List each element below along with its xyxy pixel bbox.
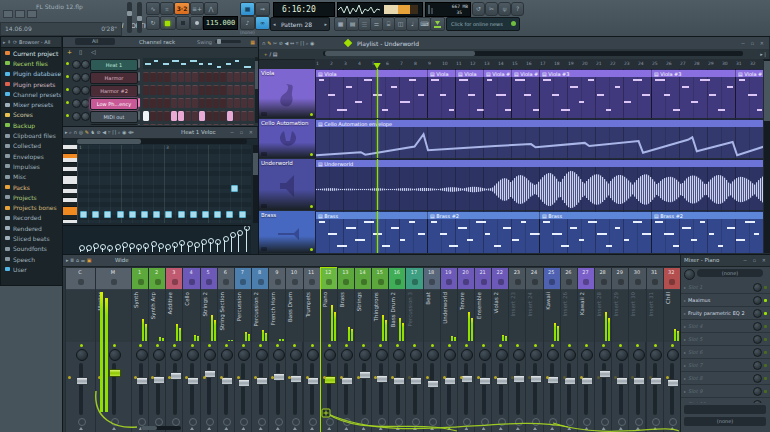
wave-record-icon[interactable]: ∿ xyxy=(146,2,160,15)
step-edit-icon[interactable]: ≡+ xyxy=(190,2,204,15)
fader-track[interactable] xyxy=(550,363,554,415)
strip-led[interactable] xyxy=(139,344,142,347)
mixer-strip-22[interactable]: 22Violas 2 xyxy=(491,267,509,432)
mixer-strip-24[interactable]: 24Insert 24 xyxy=(525,267,543,432)
pan-knob[interactable] xyxy=(496,349,508,361)
step-cell[interactable] xyxy=(227,124,233,125)
stereo-knob[interactable] xyxy=(378,418,386,426)
pan-knob[interactable] xyxy=(204,349,216,361)
step-cell[interactable] xyxy=(227,111,233,121)
step-cell[interactable] xyxy=(206,124,212,125)
stereo-knob[interactable] xyxy=(429,418,437,426)
strip-led[interactable] xyxy=(293,344,296,347)
mixer-strip-28[interactable]: 28Insert 28 xyxy=(594,267,612,432)
slot-enable-led[interactable] xyxy=(764,390,767,393)
browser-item-plugin-database[interactable]: Plugin database xyxy=(1,69,61,79)
fader-cap[interactable] xyxy=(581,377,593,385)
note-snap-icon[interactable]: ♪ xyxy=(240,16,255,30)
mixer-strip-26[interactable]: 26Insert 26 xyxy=(560,267,578,432)
strip-led[interactable] xyxy=(276,344,279,347)
route-arrow-icon[interactable] xyxy=(619,427,623,430)
mixer-strip-12[interactable]: 12Piano xyxy=(320,267,338,432)
piano-key[interactable] xyxy=(63,220,77,223)
pan-knob[interactable] xyxy=(479,349,491,361)
strip-led[interactable] xyxy=(448,344,451,347)
browser-item-packs[interactable]: Packs xyxy=(1,182,61,192)
browser-item-user[interactable]: User xyxy=(1,264,61,274)
route-arrow-icon[interactable] xyxy=(413,427,417,430)
browser-item-rendered[interactable]: Rendered xyxy=(1,223,61,233)
browser-item-clipboard-files[interactable]: Clipboard files xyxy=(1,130,61,140)
note[interactable] xyxy=(153,211,160,218)
fader-cap[interactable] xyxy=(221,377,233,385)
stereo-knob[interactable] xyxy=(138,418,146,426)
slot-arrow-icon[interactable]: ▸ xyxy=(684,363,686,368)
channel-enable-led[interactable] xyxy=(66,88,69,91)
stereo-knob[interactable] xyxy=(618,418,626,426)
pan-knob[interactable] xyxy=(187,349,199,361)
fader-cap[interactable] xyxy=(238,379,250,387)
note[interactable] xyxy=(202,211,209,218)
step-cell[interactable] xyxy=(199,111,205,121)
strip-led[interactable] xyxy=(242,344,245,347)
strip-led[interactable] xyxy=(636,344,639,347)
step-cell[interactable] xyxy=(185,72,191,82)
channel-pan-knob[interactable] xyxy=(72,86,81,95)
clip-viola-3[interactable]: ▤ Viola #3 xyxy=(539,69,652,118)
browser-item-mixer-presets[interactable]: Mixer presets xyxy=(1,99,61,109)
mute-lamp-icon[interactable] xyxy=(220,376,223,379)
slot-arrow-icon[interactable]: ▸ xyxy=(684,324,686,329)
slot-enable-led[interactable] xyxy=(764,286,767,289)
clip-viola[interactable]: ▤ Viola xyxy=(427,69,456,118)
step-cell[interactable] xyxy=(192,72,198,82)
stereo-knob[interactable] xyxy=(172,418,180,426)
clip-cello-automation-envelope[interactable]: ▤ Cello Automation envelope xyxy=(315,119,763,158)
step-cell[interactable] xyxy=(143,72,149,82)
fader-cap[interactable] xyxy=(564,377,576,385)
typing-keyboard-icon[interactable]: ⌗ xyxy=(160,2,174,15)
mute-lamp-icon[interactable] xyxy=(443,376,446,379)
pan-knob[interactable] xyxy=(273,349,285,361)
fader-track[interactable] xyxy=(567,363,571,415)
slot-enable-led[interactable] xyxy=(764,338,767,341)
pan-knob[interactable] xyxy=(136,349,148,361)
clip-brass[interactable]: ▤ Brass xyxy=(539,211,652,253)
stereo-knob[interactable] xyxy=(601,418,609,426)
fader-cap[interactable] xyxy=(109,369,121,377)
clip-viola-2[interactable]: ▤ Viola #2 xyxy=(511,69,540,118)
cut-icon[interactable]: ✂ xyxy=(485,2,498,16)
strip-led[interactable] xyxy=(345,344,348,347)
channel-pan-knob[interactable] xyxy=(72,99,81,108)
fader-track[interactable] xyxy=(173,363,177,415)
route-arrow-icon[interactable] xyxy=(344,427,348,430)
fx-slot-2[interactable]: ▸Maximus xyxy=(681,294,770,307)
piano-roll-title[interactable]: Heat 1 Veloc xyxy=(181,129,216,135)
fader-cap[interactable] xyxy=(341,377,353,385)
pan-knob[interactable] xyxy=(290,349,302,361)
stereo-knob[interactable] xyxy=(412,418,420,426)
mixer-strip-32[interactable]: 32Chill xyxy=(663,267,680,432)
step-cell[interactable] xyxy=(157,124,163,125)
stereo-knob[interactable] xyxy=(395,418,403,426)
route-arrow-icon[interactable] xyxy=(241,427,245,430)
pan-knob[interactable] xyxy=(324,349,336,361)
stereo-knob[interactable] xyxy=(258,418,266,426)
step-cell[interactable] xyxy=(227,72,233,82)
clip-brass-2[interactable]: ▤ Brass #2 xyxy=(427,211,540,253)
note[interactable] xyxy=(190,211,197,218)
step-cell[interactable] xyxy=(248,85,254,95)
slot-arrow-icon[interactable]: ▸ xyxy=(684,298,686,303)
step-cell[interactable] xyxy=(150,124,156,125)
mute-lamp-icon[interactable] xyxy=(340,376,343,379)
pan-knob[interactable] xyxy=(581,349,593,361)
strip-led[interactable] xyxy=(551,344,554,347)
route-arrow-icon[interactable] xyxy=(653,427,657,430)
sync-icon[interactable]: ↺ xyxy=(472,2,485,16)
stereo-knob[interactable] xyxy=(652,418,660,426)
step-cell[interactable] xyxy=(248,72,254,82)
pan-knob[interactable] xyxy=(461,349,473,361)
bpm-display[interactable]: 115.000 xyxy=(203,16,238,30)
mute-lamp-icon[interactable] xyxy=(580,376,583,379)
mixer-strip-20[interactable]: 20Tenore xyxy=(457,267,475,432)
pan-knob[interactable] xyxy=(341,349,353,361)
